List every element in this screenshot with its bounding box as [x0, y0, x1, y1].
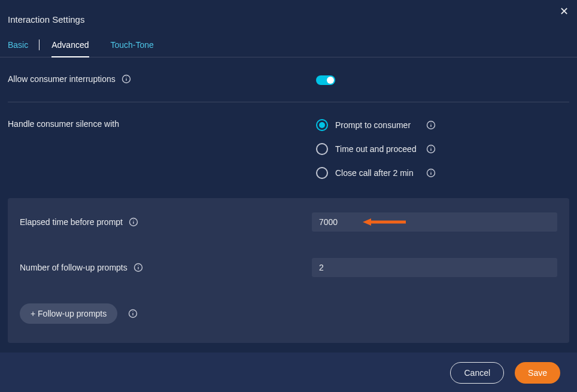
radio-timeout[interactable]: [316, 143, 328, 155]
svg-point-22: [133, 311, 133, 312]
elapsed-time-input[interactable]: [312, 212, 557, 232]
prompt-settings-panel: Elapsed time before prompt: [8, 198, 569, 343]
radio-option-close[interactable]: Close call after 2 min: [316, 167, 569, 179]
info-icon[interactable]: [426, 144, 436, 154]
svg-point-19: [138, 265, 138, 266]
handle-silence-label: Handle consumer silence with: [8, 119, 119, 129]
radio-timeout-label: Time out and proceed: [335, 144, 419, 154]
close-button[interactable]: ✕: [560, 5, 569, 18]
tab-advanced[interactable]: Advanced: [51, 33, 89, 57]
followup-count-input[interactable]: [312, 258, 557, 277]
radio-prompt[interactable]: [316, 119, 328, 131]
info-icon[interactable]: [128, 309, 138, 318]
followup-prompts-row: + Follow-up prompts: [20, 303, 557, 324]
tab-bar: Basic Advanced Touch-Tone: [0, 33, 577, 57]
radio-option-prompt[interactable]: Prompt to consumer: [316, 119, 569, 131]
allow-interruptions-label: Allow consumer interruptions: [8, 74, 116, 84]
svg-point-14: [133, 220, 133, 220]
silence-radio-group: Prompt to consumer Time out and proceed: [316, 119, 569, 179]
modal-footer: Cancel Save: [0, 353, 577, 392]
elapsed-time-row: Elapsed time before prompt: [20, 212, 557, 232]
add-followup-button[interactable]: + Follow-up prompts: [20, 303, 117, 324]
radio-close-label: Close call after 2 min: [335, 168, 419, 178]
interaction-settings-modal: ✕ Interaction Settings Basic Advanced To…: [0, 0, 577, 392]
modal-content: Allow consumer interruptions Handle cons…: [0, 57, 577, 343]
save-button[interactable]: Save: [515, 362, 560, 384]
close-icon: ✕: [560, 5, 569, 17]
allow-interruptions-toggle[interactable]: [316, 75, 335, 85]
tab-touchtone[interactable]: Touch-Tone: [111, 33, 154, 57]
svg-point-8: [430, 147, 431, 147]
svg-point-2: [126, 77, 126, 77]
followup-count-row: Number of follow-up prompts: [20, 258, 557, 277]
modal-header: Interaction Settings: [0, 0, 577, 31]
modal-title: Interaction Settings: [8, 14, 569, 25]
radio-option-timeout[interactable]: Time out and proceed: [316, 143, 569, 155]
info-icon[interactable]: [426, 168, 436, 178]
radio-close[interactable]: [316, 167, 328, 179]
info-icon[interactable]: [129, 217, 138, 227]
allow-interruptions-row: Allow consumer interruptions: [8, 57, 569, 102]
radio-prompt-label: Prompt to consumer: [335, 120, 419, 130]
tab-separator: [39, 39, 40, 50]
svg-point-5: [430, 123, 431, 123]
svg-point-11: [430, 171, 431, 171]
elapsed-time-label: Elapsed time before prompt: [20, 217, 123, 227]
followup-count-label: Number of follow-up prompts: [20, 263, 127, 272]
handle-silence-row: Handle consumer silence with Prompt to c…: [8, 102, 569, 196]
tab-basic[interactable]: Basic: [8, 33, 28, 57]
info-icon[interactable]: [122, 74, 131, 84]
info-icon[interactable]: [426, 120, 436, 130]
cancel-button[interactable]: Cancel: [450, 362, 504, 384]
info-icon[interactable]: [133, 263, 143, 272]
